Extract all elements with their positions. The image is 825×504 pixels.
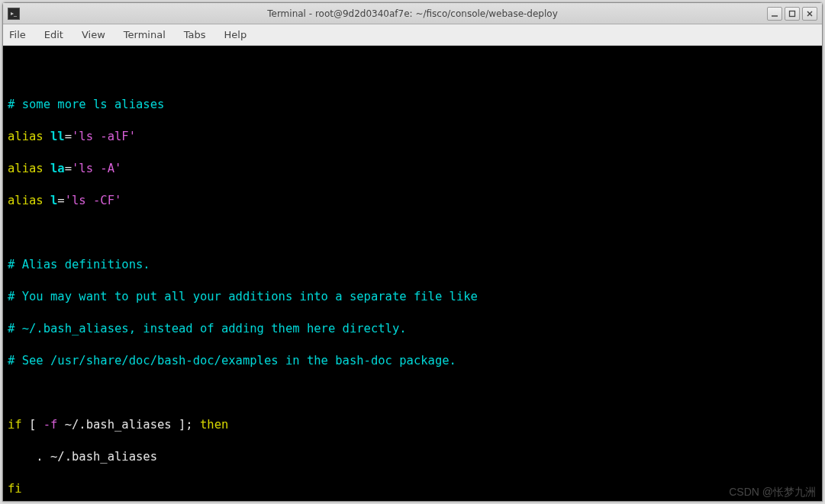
code-line: # some more ls aliases [8, 97, 817, 113]
code-line: alias la='ls -A' [8, 161, 817, 177]
menu-terminal[interactable]: Terminal [124, 29, 166, 40]
code-line: if [ -f ~/.bash_aliases ]; then [8, 417, 817, 433]
code-line [8, 225, 817, 241]
menu-view[interactable]: View [82, 29, 105, 40]
code-line: alias ll='ls -alF' [8, 129, 817, 145]
maximize-button[interactable] [785, 7, 800, 21]
menu-tabs[interactable]: Tabs [184, 29, 206, 40]
terminal-content[interactable]: # some more ls aliases alias ll='ls -alF… [3, 46, 822, 501]
code-line: # ~/.bash_aliases, instead of adding the… [8, 321, 817, 337]
menu-file[interactable]: File [9, 29, 26, 40]
titlebar: ▸_ Terminal - root@9d2d0340af7e: ~/fisco… [3, 3, 822, 24]
svg-rect-1 [790, 11, 795, 16]
maximize-icon [788, 10, 796, 18]
code-line: # See /usr/share/doc/bash-doc/examples i… [8, 353, 817, 369]
menubar: File Edit View Terminal Tabs Help [3, 24, 822, 46]
code-line [8, 65, 817, 81]
code-line: # You may want to put all your additions… [8, 289, 817, 305]
menu-help[interactable]: Help [224, 29, 247, 40]
close-button[interactable] [802, 7, 817, 21]
window-title: Terminal - root@9d2d0340af7e: ~/fisco/co… [3, 8, 822, 19]
code-line: alias l='ls -CF' [8, 193, 817, 209]
terminal-window: ▸_ Terminal - root@9d2d0340af7e: ~/fisco… [2, 2, 823, 502]
code-line [8, 385, 817, 401]
code-line: . ~/.bash_aliases [8, 449, 817, 465]
window-controls [767, 7, 817, 21]
terminal-app-icon: ▸_ [8, 8, 20, 20]
minimize-button[interactable] [767, 7, 782, 21]
code-line: fi [8, 481, 817, 497]
menu-edit[interactable]: Edit [44, 29, 63, 40]
close-icon [806, 10, 814, 18]
code-line: # Alias definitions. [8, 257, 817, 273]
minimize-icon [771, 10, 778, 18]
